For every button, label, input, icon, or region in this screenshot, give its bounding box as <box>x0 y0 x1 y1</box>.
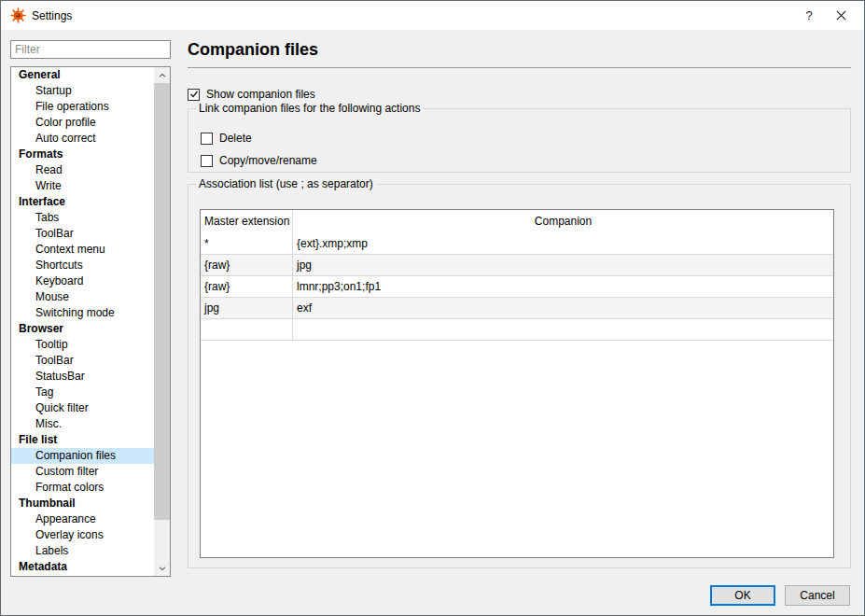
sidebar-item-formats[interactable]: Formats <box>11 147 154 162</box>
group-title: Link companion files for the following a… <box>196 102 423 115</box>
help-button[interactable]: ? <box>793 1 825 30</box>
ok-button[interactable]: OK <box>710 585 775 606</box>
sidebar-item-overlay-icons[interactable]: Overlay icons <box>11 527 154 543</box>
page-title: Companion files <box>188 40 318 60</box>
sidebar-item-switching-mode[interactable]: Switching mode <box>11 305 154 321</box>
table-row[interactable]: {raw}jpg <box>201 255 833 276</box>
cell-companion[interactable]: exf <box>293 298 833 318</box>
sidebar-item-tag[interactable]: Tag <box>11 385 154 400</box>
sidebar-item-read[interactable]: Read <box>11 162 154 178</box>
column-header-companion[interactable]: Companion <box>293 210 833 233</box>
sidebar-item-write[interactable]: Write <box>11 178 154 194</box>
scroll-down-icon[interactable] <box>154 560 170 576</box>
show-companion-files-checkbox[interactable]: Show companion files <box>188 88 315 101</box>
cell-master-extension[interactable]: {raw} <box>201 255 293 275</box>
column-header-master-extension[interactable]: Master extension <box>201 210 293 233</box>
cell-companion[interactable]: jpg <box>293 255 833 275</box>
sidebar-item-mouse[interactable]: Mouse <box>11 289 154 305</box>
association-list-group: Association list (use ; as separator) Ma… <box>188 184 851 568</box>
sidebar-item-quick-filter[interactable]: Quick filter <box>11 400 154 416</box>
sidebar-item-misc[interactable]: Misc. <box>11 416 154 432</box>
main-panel: Companion files Show companion files Lin… <box>188 30 851 615</box>
sidebar-list: GeneralStartupFile operationsColor profi… <box>10 66 171 577</box>
association-table[interactable]: Master extension Companion *{ext}.xmp;xm… <box>200 209 834 558</box>
titlebar-buttons: ? <box>793 1 864 30</box>
window-title: Settings <box>32 9 72 22</box>
sidebar-item-color-profile[interactable]: Color profile <box>11 115 154 131</box>
sidebar-item-tabs[interactable]: Tabs <box>11 210 154 226</box>
sidebar-item-custom-filter[interactable]: Custom filter <box>11 464 154 480</box>
sidebar-item-general[interactable]: General <box>11 67 154 83</box>
scrollbar-thumb[interactable] <box>154 83 170 520</box>
dialog-footer: OK Cancel <box>710 585 850 606</box>
titlebar: Settings ? <box>1 1 864 30</box>
sidebar-item-format-colors[interactable]: Format colors <box>11 480 154 496</box>
sidebar-item-thumbnail[interactable]: Thumbnail <box>11 496 154 511</box>
sidebar-item-labels[interactable]: Labels <box>11 543 154 559</box>
table-row[interactable]: {raw}lmnr;pp3;on1;fp1 <box>201 276 833 298</box>
cell-companion[interactable]: {ext}.xmp;xmp <box>293 233 833 254</box>
filter-input[interactable] <box>10 40 171 59</box>
sidebar-items: GeneralStartupFile operationsColor profi… <box>11 67 170 575</box>
checkbox-label: Delete <box>219 132 252 145</box>
cell-master-extension[interactable]: {raw} <box>201 276 293 297</box>
cell-master-extension[interactable]: jpg <box>201 298 293 318</box>
table-row[interactable]: jpgexf <box>201 298 833 319</box>
cell-companion[interactable]: lmnr;pp3;on1;fp1 <box>293 276 833 297</box>
sidebar-item-tooltip[interactable]: Tooltip <box>11 337 154 353</box>
delete-checkbox[interactable]: Delete <box>201 132 252 145</box>
sidebar-item-shortcuts[interactable]: Shortcuts <box>11 258 154 273</box>
title-separator <box>188 67 851 68</box>
copy-move-rename-checkbox[interactable]: Copy/move/rename <box>201 154 317 167</box>
close-icon <box>836 10 846 21</box>
cell-master-extension[interactable] <box>201 319 293 340</box>
sidebar-item-browser[interactable]: Browser <box>11 321 154 337</box>
sidebar-item-appearance[interactable]: Appearance <box>11 511 154 527</box>
sidebar-item-keyboard[interactable]: Keyboard <box>11 273 154 289</box>
checkbox-unchecked-icon <box>201 155 213 167</box>
sidebar-item-context-menu[interactable]: Context menu <box>11 242 154 258</box>
sidebar-item-file-operations[interactable]: File operations <box>11 99 154 115</box>
sidebar-item-statusbar[interactable]: StatusBar <box>11 369 154 385</box>
table-header[interactable]: Master extension Companion <box>201 210 833 233</box>
association-table-body: *{ext}.xmp;xmp{raw}jpg{raw}lmnr;pp3;on1;… <box>201 233 833 341</box>
cancel-button[interactable]: Cancel <box>785 585 850 606</box>
group-title: Association list (use ; as separator) <box>196 177 376 190</box>
settings-window: Settings ? GeneralStartupFile operations… <box>0 0 865 616</box>
sidebar-item-interface[interactable]: Interface <box>11 194 154 210</box>
sidebar-scrollbar[interactable] <box>154 67 170 576</box>
close-button[interactable] <box>825 1 857 30</box>
sidebar-item-metadata[interactable]: Metadata <box>11 559 154 575</box>
table-row[interactable]: *{ext}.xmp;xmp <box>201 233 833 255</box>
link-actions-group: Link companion files for the following a… <box>188 108 851 173</box>
checkbox-label: Copy/move/rename <box>219 154 317 167</box>
app-logo-icon <box>10 7 26 23</box>
checkbox-checked-icon <box>188 89 200 101</box>
dialog-content: GeneralStartupFile operationsColor profi… <box>1 30 864 615</box>
scroll-up-icon[interactable] <box>154 67 170 83</box>
checkbox-unchecked-icon <box>201 133 213 145</box>
cell-master-extension[interactable]: * <box>201 233 293 254</box>
sidebar-item-auto-correct[interactable]: Auto correct <box>11 131 154 147</box>
sidebar-item-companion-files[interactable]: Companion files <box>11 448 154 464</box>
sidebar-item-toolbar[interactable]: ToolBar <box>11 226 154 242</box>
sidebar-item-toolbar[interactable]: ToolBar <box>11 353 154 369</box>
sidebar-item-file-list[interactable]: File list <box>11 432 154 448</box>
sidebar-item-startup[interactable]: Startup <box>11 83 154 99</box>
cell-companion[interactable] <box>293 319 833 340</box>
checkbox-label: Show companion files <box>206 88 315 101</box>
table-row[interactable] <box>201 319 833 341</box>
